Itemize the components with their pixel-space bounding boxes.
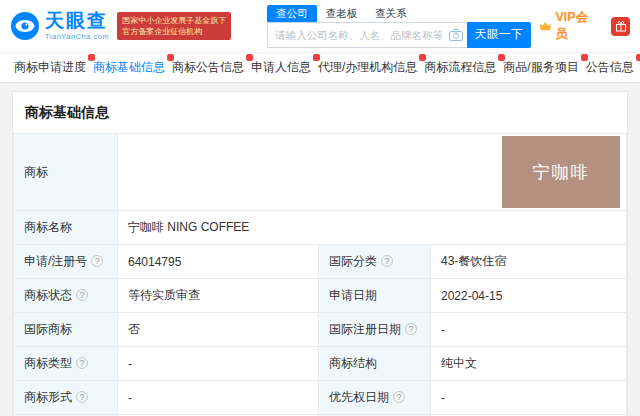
page: 天眼查 TianYanCha.com 国家中小企业发展子基金旗下 官方备案企业征… <box>0 0 640 416</box>
value-type: - <box>128 357 132 371</box>
help-icon[interactable] <box>393 391 405 403</box>
search-tabs: 查公司 查老板 查关系 <box>267 5 531 22</box>
label-intl-class: 国际分类 <box>329 254 377 268</box>
nav-item-label: 商品/服务项目 <box>503 60 578 74</box>
value-name-cell: 宁咖啡 NING COFFEE <box>118 211 627 245</box>
help-icon[interactable] <box>91 255 103 267</box>
help-icon[interactable] <box>76 391 88 403</box>
help-icon[interactable] <box>381 255 393 267</box>
top-header: 天眼查 TianYanCha.com 国家中小企业发展子基金旗下 官方备案企业征… <box>0 0 640 52</box>
label-structure: 商标结构 <box>329 356 377 370</box>
cert-badge-line1: 国家中小企业发展子基金旗下 <box>122 15 226 26</box>
tab-search-company[interactable]: 查公司 <box>267 5 317 22</box>
tab-search-relation[interactable]: 查关系 <box>366 5 416 22</box>
label-intl-trademark: 国际商标 <box>24 322 72 336</box>
value-form: - <box>128 391 132 405</box>
nav-item-gazette-info[interactable]: 商标公告信息 <box>172 59 251 76</box>
cert-badge-line2: 官方备案企业征信机构 <box>122 26 226 37</box>
tab-search-boss[interactable]: 查老板 <box>317 5 367 22</box>
gift-promo-icon[interactable] <box>611 17 630 36</box>
trademark-image[interactable]: 宁咖啡 <box>502 136 620 208</box>
nav-item-label: 公告信息 <box>586 60 634 74</box>
nav-item-applicant-info[interactable]: 申请人信息 <box>251 59 318 76</box>
label-apply-date: 申请日期 <box>329 288 377 302</box>
nav-item-announcement-info[interactable]: 公告信息 <box>586 59 640 76</box>
label-intl-reg-date: 国际注册日期 <box>329 322 401 336</box>
tianyancha-eye-icon <box>10 11 40 41</box>
vip-entry[interactable]: VIP会员 <box>539 9 594 43</box>
label-status: 商标状态 <box>24 288 72 302</box>
search-button[interactable]: 天眼一下 <box>467 22 531 48</box>
value-status: 等待实质审查 <box>128 288 200 302</box>
nav-item-label: 商标基础信息 <box>93 60 165 74</box>
search-input[interactable] <box>268 29 449 41</box>
main-content: 商标基础信息 商标 宁咖啡 <box>0 83 640 416</box>
label-trademark-cell: 商标 <box>14 134 118 211</box>
value-intl-trademark: 否 <box>128 322 140 336</box>
trademark-info-table: 商标 宁咖啡 商标名称 <box>13 133 627 416</box>
label-name-cell: 商标名称 <box>14 211 118 245</box>
nav-item-basic-info[interactable]: 商标基础信息 <box>93 59 172 76</box>
help-icon[interactable] <box>76 289 88 301</box>
table-row: 商标状态 等待实质审查 申请日期 2022-04-15 <box>14 279 627 313</box>
gift-icon <box>615 20 627 32</box>
nav-item-agency-info[interactable]: 代理/办理机构信息 <box>318 59 424 76</box>
cert-badge: 国家中小企业发展子基金旗下 官方备案企业征信机构 <box>117 12 231 40</box>
logo[interactable]: 天眼查 TianYanCha.com <box>10 11 109 41</box>
hot-badge-icon <box>636 54 640 61</box>
section-nav: 商标申请进度 商标基础信息 商标公告信息 申请人信息 代理/办理机构信息 商标流… <box>0 52 640 83</box>
table-row: 商标形式 - 优先权日期 - <box>14 381 627 415</box>
search-area: 查公司 查老板 查关系 天眼一下 <box>267 5 531 48</box>
table-row: 商标类型 - 商标结构 纯中文 <box>14 347 627 381</box>
logo-domain: TianYanCha.com <box>45 32 109 41</box>
nav-item-label: 代理/办理机构信息 <box>318 60 417 74</box>
nav-item-label: 申请人信息 <box>251 60 311 74</box>
value-apply-date: 2022-04-15 <box>441 289 502 303</box>
table-row: 商标 宁咖啡 <box>14 134 627 211</box>
search-box <box>267 22 467 48</box>
nav-item-application-progress[interactable]: 商标申请进度 <box>14 59 93 76</box>
crown-icon <box>539 20 552 32</box>
nav-item-label: 商标公告信息 <box>172 60 244 74</box>
value-reg-no: 64014795 <box>128 255 181 269</box>
label-reg-no: 申请/注册号 <box>24 254 87 268</box>
value-intl-reg-date: - <box>441 323 445 337</box>
table-row: 国际商标 否 国际注册日期 - <box>14 313 627 347</box>
search-row: 天眼一下 <box>267 22 531 48</box>
nav-item-process-info[interactable]: 商标流程信息 <box>424 59 503 76</box>
vip-label: VIP会员 <box>556 9 594 43</box>
help-icon[interactable] <box>405 323 417 335</box>
nav-item-label: 商标申请进度 <box>14 60 86 74</box>
label-type: 商标类型 <box>24 356 72 370</box>
label-trademark: 商标 <box>24 165 48 179</box>
help-icon[interactable] <box>76 357 88 369</box>
value-trademark-name: 宁咖啡 NING COFFEE <box>128 220 249 234</box>
logo-title: 天眼查 <box>45 11 109 30</box>
camera-icon[interactable] <box>449 29 463 41</box>
label-trademark-name: 商标名称 <box>24 220 72 234</box>
value-trademark-image-cell: 宁咖啡 <box>118 134 627 211</box>
label-priority-date: 优先权日期 <box>329 390 389 404</box>
nav-item-goods-services[interactable]: 商品/服务项目 <box>503 59 585 76</box>
value-structure: 纯中文 <box>441 356 477 370</box>
table-row: 申请/注册号 64014795 国际分类 43-餐饮住宿 <box>14 245 627 279</box>
basic-info-card: 商标基础信息 商标 宁咖啡 <box>12 91 628 416</box>
value-priority-date: - <box>441 391 445 405</box>
label-form: 商标形式 <box>24 390 72 404</box>
nav-item-label: 商标流程信息 <box>424 60 496 74</box>
page-title: 商标基础信息 <box>13 92 627 133</box>
value-intl-class: 43-餐饮住宿 <box>441 254 506 268</box>
table-row: 商标名称 宁咖啡 NING COFFEE <box>14 211 627 245</box>
trademark-image-text: 宁咖啡 <box>533 161 590 184</box>
